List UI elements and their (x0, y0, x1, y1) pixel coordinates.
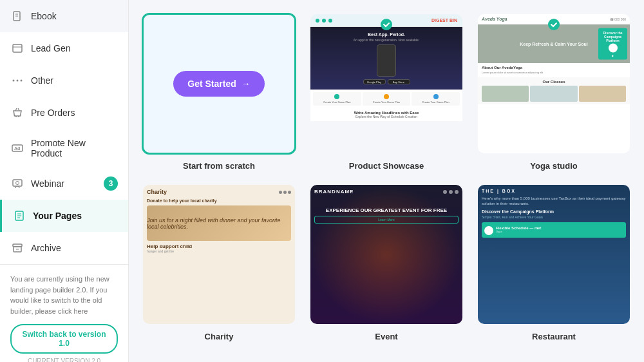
charity-dot-2 (283, 191, 287, 194)
ps-feature-3: Create Your Game Plan (412, 92, 460, 106)
sidebar-item-ebook-label: Ebook (31, 11, 57, 21)
sidebar-item-webinar-label: Webinar (31, 178, 64, 189)
event-social-dot-1 (443, 190, 447, 194)
event-headline-title: Experience Our Greatest Event for FREE (314, 207, 459, 213)
ys-class-cards (482, 86, 626, 102)
charity-text: hunger and get the (147, 249, 291, 254)
ys-classes: Our Classes (478, 77, 630, 104)
rest-sub: Simple: Start, Run and Achieve Your Goal… (482, 215, 626, 220)
svg-point-22 (548, 19, 560, 30)
ps-btns: Google Play App Store (316, 79, 457, 84)
charity-dot-1 (279, 191, 282, 194)
ys-hero-title: Keep Refresh & Calm Your Soul (520, 42, 588, 46)
archive-icon (10, 241, 24, 255)
sidebar-item-webinar[interactable]: Webinar 3 (0, 167, 128, 200)
template-preview-charity[interactable]: Charity Donate to help your local charit… (142, 184, 296, 325)
template-preview-yoga-studio[interactable]: Aveda Yoga ☎ 000 000 Keep Refresh & Calm… (477, 13, 631, 155)
sidebar-footer: You are currently using the new landing … (0, 264, 128, 362)
ps-btn-apple: App Store (388, 79, 410, 84)
sidebar-item-other-label: Other (31, 75, 53, 86)
event-social-dot-3 (455, 190, 459, 194)
template-preview-scratch[interactable]: Get Started → (142, 13, 296, 155)
rest-header: THE | BOX (482, 189, 626, 193)
ps-hero-title: Best App. Period. (316, 32, 457, 37)
ps-features: Create Your Game Plan Create Your Game P… (310, 90, 462, 108)
ps-hero-sub: An app for the new generation. Now avail… (316, 38, 457, 42)
svg-point-9 (18, 116, 19, 117)
rest-promo-box: Flexible Schedule — me! Oppa (482, 222, 626, 238)
sidebar-item-lead-gen-label: Lead Gen (31, 43, 71, 53)
charity-header: Charity (147, 189, 291, 195)
rest-logo: THE | BOX (482, 189, 516, 193)
ys-phone: ☎ 000 000 (610, 17, 626, 21)
get-started-label: Get Started (187, 79, 236, 89)
template-preview-restaurant[interactable]: THE | BOX Here's why more than 5,000 bus… (477, 184, 631, 325)
ys-class-card-1 (482, 86, 529, 102)
sidebar-item-pre-orders[interactable]: Pre Orders (0, 97, 128, 129)
rest-headline: Discover the Campaigns Platform (482, 209, 626, 214)
arrow-right-icon: → (242, 79, 251, 89)
sidebar: Ebook Lead Gen Other (0, 0, 129, 362)
sidebar-item-pre-orders-label: Pre Orders (31, 108, 75, 118)
svg-point-13 (16, 182, 19, 185)
template-preview-product-showcase[interactable]: DIGEST BIN Best App. Period. An app for … (309, 13, 464, 155)
svg-text:Ad: Ad (14, 146, 20, 151)
ys-classes-title: Our Classes (482, 80, 626, 84)
sidebar-item-your-pages[interactable]: Your Pages (0, 200, 128, 232)
template-label-yoga-studio: Yoga studio (530, 161, 577, 171)
template-label-event: Event (375, 332, 397, 341)
svg-point-8 (15, 116, 17, 117)
ps-nav-dot (316, 19, 319, 23)
sidebar-item-lead-gen[interactable]: Lead Gen (0, 32, 128, 64)
sidebar-item-ebook[interactable]: Ebook (0, 0, 128, 32)
charity-subheadline: Help support child (147, 243, 291, 249)
charity-title: Charity (147, 189, 167, 195)
get-started-button[interactable]: Get Started → (173, 71, 264, 97)
ps-feature-icon-3 (433, 94, 439, 99)
template-label-restaurant: Restaurant (532, 332, 576, 341)
sidebar-item-promote-new-product[interactable]: Ad Promote New Product (0, 129, 128, 167)
event-preview: BRANDNAME Experience Our Greatest Event … (310, 185, 462, 324)
ys-section-title: About Our AvedaYoga (482, 66, 626, 70)
ps-feature-2: Create Your Game Plan (363, 92, 411, 106)
event-social-dot-2 (449, 190, 453, 194)
ps-logo: DIGEST BIN (431, 18, 457, 23)
ps-nav-dot2 (322, 19, 326, 23)
webinar-icon (10, 176, 24, 191)
template-label-charity: Charity (205, 332, 234, 341)
rest-promo-text: Oppa (496, 230, 542, 233)
ys-hero-text: Keep Refresh & Calm Your Soul (520, 42, 588, 46)
product-showcase-preview: DIGEST BIN Best App. Period. An app for … (310, 14, 462, 153)
svg-point-6 (17, 80, 19, 82)
book-icon (10, 9, 24, 23)
sidebar-item-archive[interactable]: Archive (0, 232, 128, 264)
ps-nav-dot3 (328, 19, 332, 23)
event-cta: Learn More (314, 216, 459, 224)
switch-version-button[interactable]: Switch back to version 1.0 (10, 324, 118, 354)
sidebar-item-other[interactable]: Other (0, 64, 128, 97)
rest-promo-title: Flexible Schedule — me! (496, 226, 542, 230)
ps-feature-1: Create Your Game Plan (313, 92, 361, 106)
ad-icon: Ad (10, 141, 24, 155)
svg-point-7 (21, 80, 23, 82)
ps-feature-text-2: Create Your Game Plan (365, 100, 409, 104)
svg-point-21 (381, 19, 392, 30)
ps-phone (377, 44, 396, 77)
ps-feature-icon-2 (384, 94, 389, 99)
sidebar-item-promote-label: Promote New Product (31, 138, 118, 158)
event-social (443, 190, 459, 194)
sidebar-item-archive-label: Archive (31, 243, 61, 253)
ys-section: About Our AvedaYoga Lorem ipsum dolor si… (478, 63, 630, 77)
restaurant-preview: THE | BOX Here's why more than 5,000 bus… (478, 185, 630, 324)
event-headline: Experience Our Greatest Event for FREE L… (314, 207, 459, 224)
basket-icon (10, 106, 24, 120)
version-notice: You are currently using the new landing … (10, 274, 118, 316)
webinar-badge: 3 (104, 176, 118, 191)
ps-headline-sub: Explore the New Way of Schedule Creation (313, 115, 460, 119)
charity-donate-headline: Donate to help your local charity (147, 198, 291, 203)
ys-class-card-2 (530, 86, 577, 102)
template-preview-event[interactable]: BRANDNAME Experience Our Greatest Event … (309, 184, 464, 325)
template-card-scratch: Get Started → Start from scratch (142, 13, 296, 171)
template-card-charity: Charity Donate to help your local charit… (142, 184, 296, 341)
template-label-scratch: Start from scratch (183, 161, 255, 171)
